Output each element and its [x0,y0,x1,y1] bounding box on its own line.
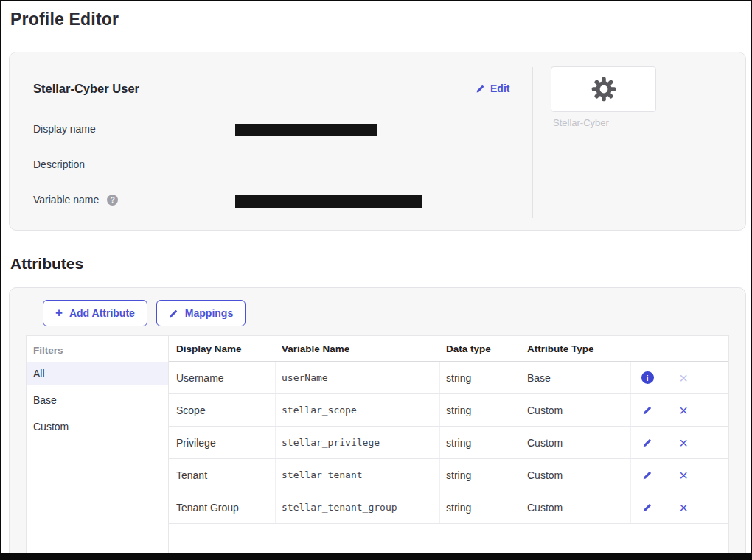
edit-icon[interactable] [641,470,654,480]
table-row-scope: Scope stellar_scope string Custom × [169,394,728,427]
cell-attribute-type: Custom [521,491,631,523]
variable-name-label: Variable name [33,194,99,206]
cell-actions: × [631,459,728,491]
attributes-toolbar: + Add Attribute Mappings [43,300,246,326]
cell-variable-name: stellar_tenant_group [276,491,440,523]
pencil-icon [169,309,178,318]
table-header-row: Display Name Variable Name Data type Att… [169,336,728,362]
delete-icon[interactable]: × [677,468,690,483]
cell-actions: × [631,394,728,426]
gear-icon [590,75,618,103]
delete-icon[interactable]: × [677,435,690,450]
column-header-attribute-type: Attribute Type [521,336,631,361]
mappings-label: Mappings [185,307,233,319]
column-header-data-type: Data type [440,336,521,361]
cell-data-type: string [440,394,521,426]
page-title: Profile Editor [10,10,119,29]
cell-display-name: Tenant Group [169,491,276,523]
app-logo-card [551,66,656,112]
cell-data-type: string [440,427,521,458]
cell-data-type: string [440,362,521,393]
cell-attribute-type: Custom [521,427,631,458]
profile-edit-button[interactable]: Edit [476,83,509,94]
cell-display-name: Privilege [169,427,276,458]
add-attribute-label: Add Attribute [69,307,135,319]
filter-item-all[interactable]: All [27,362,168,385]
cell-actions: i × [631,362,728,393]
edit-icon[interactable] [641,503,654,513]
cell-data-type: string [440,459,521,491]
table-row-username: Username userName string Base i × [169,362,728,394]
edit-label: Edit [490,83,509,94]
edit-icon[interactable] [641,405,654,416]
table-row-partial [169,524,728,556]
filters-sidebar: Filters All Base Custom [27,336,169,556]
attributes-content: Filters All Base Custom Display Name Var… [26,335,729,556]
cell-actions: × [631,491,728,523]
description-label: Description [33,158,85,170]
mappings-button[interactable]: Mappings [156,300,246,326]
edit-icon[interactable] [641,438,654,448]
profile-title: Stellar-Cyber User [33,82,139,96]
cell-variable-name: userName [276,362,440,393]
delete-icon[interactable]: × [677,403,690,418]
cell-display-name: Scope [169,394,276,426]
filter-item-base[interactable]: Base [27,388,168,412]
attributes-heading: Attributes [10,255,83,273]
table-row-privilege: Privilege stellar_privilege string Custo… [169,427,728,459]
vertical-divider [532,67,533,218]
table-row-tenant: Tenant stellar_tenant string Custom × [169,459,728,491]
cell-data-type: string [440,491,521,523]
info-icon[interactable]: i [641,371,654,384]
attributes-table: Display Name Variable Name Data type Att… [169,336,728,556]
profile-summary-panel: Stellar-Cyber User Edit Display name Des… [9,52,746,231]
plus-icon: + [55,307,63,319]
pencil-icon [476,84,485,94]
app-caption: Stellar-Cyber [553,117,609,128]
pencil-icon [642,503,652,513]
cell-display-name: Username [169,362,276,393]
attributes-panel: + Add Attribute Mappings Filters All Bas… [9,287,746,560]
cell-attribute-type: Base [521,362,631,393]
filters-label: Filters [27,342,168,359]
variable-name-value-redacted [235,195,422,208]
column-header-display-name: Display Name [169,336,276,361]
column-header-variable-name: Variable Name [276,336,440,361]
cell-attribute-type: Custom [521,459,631,491]
display-name-label: Display name [33,123,96,135]
delete-icon[interactable]: × [677,500,690,515]
cell-variable-name: stellar_scope [276,394,440,426]
cell-variable-name: stellar_privilege [276,427,440,458]
help-icon[interactable]: ? [107,195,118,206]
delete-icon-disabled: × [677,371,690,385]
table-row-tenant-group: Tenant Group stellar_tenant_group string… [169,491,728,524]
display-name-value-redacted [235,124,377,136]
cell-attribute-type: Custom [521,394,631,426]
column-header-actions [631,336,728,361]
cell-variable-name: stellar_tenant [276,459,440,491]
pencil-icon [642,405,652,416]
pencil-icon [642,438,652,448]
cell-display-name: Tenant [169,459,276,491]
filter-item-custom[interactable]: Custom [27,415,168,438]
variable-name-field: Variable name ? [33,194,118,206]
cell-actions: × [631,427,728,458]
pencil-icon [642,470,652,480]
add-attribute-button[interactable]: + Add Attribute [43,300,147,326]
